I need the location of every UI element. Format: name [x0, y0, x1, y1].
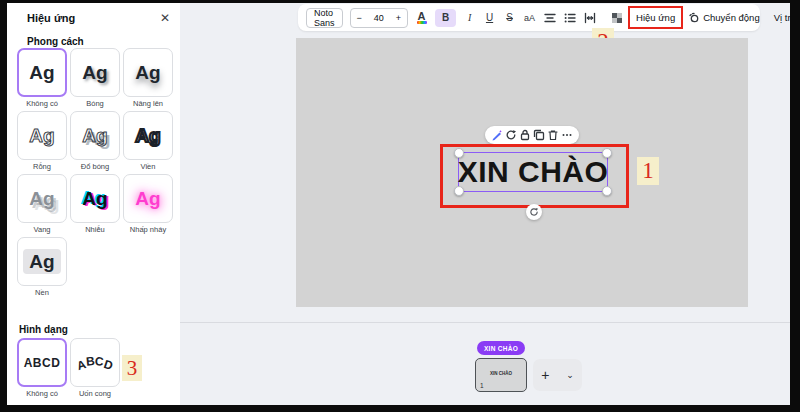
- shape-cell: ABCD Không có: [17, 338, 67, 398]
- add-page-button[interactable]: +: [541, 367, 549, 383]
- effect-label: Nhiễu: [70, 225, 120, 234]
- effect-tile-glitch[interactable]: Ag: [70, 174, 120, 223]
- effect-cell: Ag Nâng lên: [123, 48, 173, 108]
- screenshot-frame: Hiệu ứng ✕ Phong cách Ag Không có Ag Bón…: [0, 0, 800, 412]
- shape-label: Không có: [17, 389, 67, 398]
- pages-bar-divider: [180, 322, 790, 323]
- trash-icon[interactable]: [547, 129, 559, 141]
- font-family-select[interactable]: Noto Sans: [306, 8, 343, 28]
- effect-cell: Ag Rỗng: [17, 111, 67, 171]
- page-controls: + ⌄: [533, 359, 582, 391]
- lock-icon[interactable]: [519, 129, 531, 141]
- bold-button[interactable]: B: [435, 9, 456, 27]
- close-icon[interactable]: ✕: [157, 10, 173, 26]
- annotation-red-box-effects: [628, 6, 683, 29]
- effect-tile-hollow[interactable]: Ag: [17, 111, 67, 160]
- rainbow-bar: [417, 21, 427, 24]
- shape-tile-curve[interactable]: ABCD: [70, 338, 120, 387]
- alignment-icon[interactable]: [543, 9, 556, 27]
- magic-edit-icon[interactable]: [491, 129, 503, 141]
- strikethrough-button[interactable]: S: [503, 9, 516, 27]
- effect-cell: Ag Nhấp nháy: [123, 174, 173, 234]
- duplicate-icon[interactable]: [533, 129, 545, 141]
- effect-cell: Ag Nền: [17, 237, 67, 297]
- styles-section-label: Phong cách: [27, 36, 84, 47]
- shapes-grid: ABCD Không có ABCD Uốn cong: [17, 338, 173, 398]
- effect-cell: Ag Vang: [17, 174, 67, 234]
- shape-label: Uốn cong: [70, 389, 120, 398]
- effect-tile-echo[interactable]: Ag: [17, 174, 67, 223]
- shape-sample: ABCD: [24, 357, 61, 369]
- shape-cell: ABCD Uốn cong: [70, 338, 120, 398]
- rotate-handle-icon: [529, 207, 539, 217]
- effect-label: Đổ bóng: [70, 162, 120, 171]
- element-toolbar: [485, 126, 579, 144]
- effect-sample: Ag: [135, 189, 160, 208]
- effect-tile-splice[interactable]: Ag: [70, 111, 120, 160]
- text-color-button[interactable]: A: [415, 9, 428, 27]
- effect-label: Vang: [17, 225, 67, 234]
- effect-tile-outline[interactable]: Ag: [123, 111, 173, 160]
- annotation-red-box-text: [440, 144, 629, 208]
- effect-sample: Ag: [29, 126, 54, 145]
- effect-sample: Ag: [29, 189, 54, 208]
- position-button[interactable]: Vị trí: [774, 12, 790, 23]
- effect-sample: Ag: [82, 189, 107, 208]
- app-window: Hiệu ứng ✕ Phong cách Ag Không có Ag Bón…: [7, 3, 790, 405]
- transparency-icon[interactable]: [610, 9, 623, 27]
- effect-cell: Ag Không có: [17, 48, 67, 108]
- effect-label: Rỗng: [17, 162, 67, 171]
- page-number: 1: [480, 382, 484, 389]
- effect-tile-neon[interactable]: Ag: [123, 174, 173, 223]
- shape-sample-curved: ABCD: [77, 357, 114, 369]
- rotate-icon[interactable]: [505, 129, 517, 141]
- effect-tile-background[interactable]: Ag: [17, 237, 67, 286]
- effect-cell: Ag Bóng: [70, 48, 120, 108]
- more-icon[interactable]: [561, 129, 573, 141]
- spacing-icon[interactable]: [583, 9, 596, 27]
- text-toolbar: Noto Sans − 40 + A B I U S aA: [298, 4, 760, 31]
- page-thumbnail[interactable]: XIN CHÀO 1: [475, 358, 527, 392]
- effect-tile-lift[interactable]: Ag: [123, 48, 173, 97]
- effect-sample: Ag: [135, 126, 160, 145]
- italic-button[interactable]: I: [463, 9, 476, 27]
- effect-sample: Ag: [82, 63, 107, 82]
- effect-label: Nâng lên: [123, 99, 173, 108]
- chevron-down-icon[interactable]: ⌄: [566, 370, 574, 380]
- shape-tile-none[interactable]: ABCD: [17, 338, 67, 387]
- effect-tile-shadow[interactable]: Ag: [70, 48, 120, 97]
- underline-button[interactable]: U: [483, 9, 496, 27]
- font-size-stepper: − 40 +: [350, 8, 409, 28]
- animate-button[interactable]: Chuyển động: [688, 12, 760, 24]
- annotation-step-1: 1: [637, 157, 659, 185]
- effect-label: Bóng: [70, 99, 120, 108]
- shapes-section-label: Hình dạng: [19, 324, 68, 335]
- effect-styles-grid: Ag Không có Ag Bóng Ag Nâng lên Ag Rỗng …: [17, 48, 173, 297]
- effect-cell: Ag Viền: [123, 111, 173, 171]
- effect-cell: Ag Đổ bóng: [70, 111, 120, 171]
- rotate-handle[interactable]: [526, 204, 542, 220]
- font-size-increase-button[interactable]: +: [390, 13, 407, 23]
- text-case-button[interactable]: aA: [523, 9, 536, 27]
- list-icon[interactable]: [563, 9, 576, 27]
- effect-sample: Ag: [23, 249, 60, 274]
- selected-element-badge: XIN CHÀO: [477, 341, 525, 355]
- effect-sample: Ag: [135, 63, 160, 82]
- annotation-step-3: 3: [122, 355, 142, 381]
- thumbnail-text: XIN CHÀO: [476, 371, 526, 376]
- workspace: Noto Sans − 40 + A B I U S aA: [180, 3, 790, 405]
- font-size-decrease-button[interactable]: −: [351, 13, 368, 23]
- effect-label: Nhấp nháy: [123, 225, 173, 234]
- font-size-value[interactable]: 40: [368, 13, 390, 23]
- effect-label: Không có: [17, 99, 67, 108]
- effect-label: Nền: [17, 288, 67, 297]
- effect-sample: Ag: [29, 63, 54, 82]
- effect-tile-none[interactable]: Ag: [17, 48, 67, 97]
- effect-label: Viền: [123, 162, 173, 171]
- effects-button[interactable]: Hiệu ứng: [630, 8, 681, 27]
- effects-panel: Hiệu ứng ✕ Phong cách Ag Không có Ag Bón…: [7, 3, 181, 405]
- effect-sample: Ag: [82, 126, 107, 145]
- animate-icon: [688, 12, 700, 24]
- panel-title: Hiệu ứng: [27, 12, 75, 24]
- effect-cell: Ag Nhiễu: [70, 174, 120, 234]
